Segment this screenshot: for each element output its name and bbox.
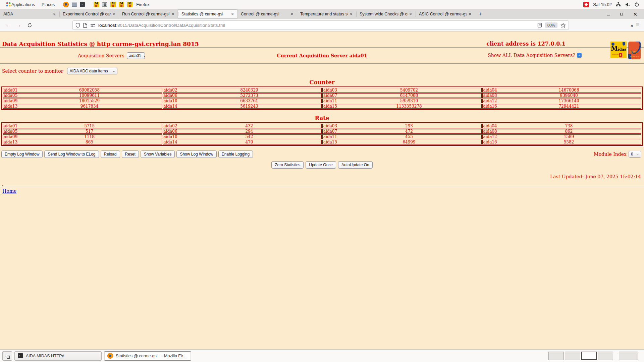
- volume-muted-icon[interactable]: [625, 2, 630, 7]
- midas-launcher-icon[interactable]: M: [94, 2, 99, 7]
- pager-extra[interactable]: [619, 352, 638, 360]
- workspace-3-active[interactable]: [581, 352, 597, 360]
- reset-button[interactable]: Reset: [122, 150, 139, 158]
- tab-label: System wide Checks @ carme: [360, 12, 408, 16]
- tab-aida[interactable]: AIDA×: [0, 9, 59, 19]
- workspace-2[interactable]: [565, 352, 580, 360]
- tab-label: Control @ carme-gsi: [241, 12, 289, 16]
- tab-temperature-and-status-scan[interactable]: Temperature and status scan×: [297, 9, 356, 19]
- tab-asic-control-carme-gsi[interactable]: ASIC Control @ carme-gsi×: [416, 9, 475, 19]
- places-menu[interactable]: Places: [39, 0, 58, 9]
- url-text[interactable]: localhost:8015/DataAcquisitionControl/Da…: [98, 23, 534, 28]
- rate-cell-aida08: aida08862: [482, 129, 642, 134]
- reload-button[interactable]: [24, 20, 35, 30]
- server-name: aida11: [323, 99, 337, 103]
- rate-value: 294: [163, 129, 322, 133]
- zoom-level-badge[interactable]: 80%: [545, 22, 557, 28]
- rate-cell-aida13: aida13865: [3, 140, 162, 144]
- shield-icon[interactable]: [75, 23, 80, 28]
- url-host: localhost: [98, 23, 116, 28]
- rate-table-row: aida05517aida06294aida07472aida08862: [3, 129, 641, 134]
- firefox-launcher-icon[interactable]: [63, 2, 69, 7]
- page-info-icon[interactable]: [83, 23, 87, 28]
- show-variables-button[interactable]: Show Variables: [141, 150, 175, 158]
- show-log-window-button[interactable]: Show Log Window: [176, 150, 216, 158]
- midas-launcher-icon[interactable]: M: [110, 2, 116, 7]
- counter-value: 9396040: [483, 94, 641, 98]
- taskbar-window-aida-midas-httpd[interactable]: >_AIDA MIDAS HTTPd: [14, 351, 102, 361]
- taskbar-window-statistics-carme-gsi-mozilla-fir[interactable]: Statistics @ carme-gsi — Mozilla Fir...: [104, 351, 191, 361]
- close-tab-icon[interactable]: ×: [348, 11, 354, 17]
- clock[interactable]: Sat 15:02: [593, 2, 612, 7]
- close-window-button[interactable]: ✕: [633, 12, 637, 17]
- browser-tab-bar: AIDA×Experiment Control @ carme×Run Cont…: [0, 9, 644, 19]
- send-log-window-to-elog-button[interactable]: Send Log Window to ELog: [44, 150, 99, 158]
- midas-launcher-icon[interactable]: M: [119, 2, 124, 7]
- update-once-button[interactable]: Update Once: [306, 161, 336, 169]
- rate-cell-aida04: aida04738: [482, 124, 642, 128]
- server-name: aida16: [483, 140, 497, 144]
- counter-value: 10099611: [3, 94, 162, 98]
- system-tray: Sat 15:02: [583, 2, 641, 7]
- network-icon[interactable]: [616, 2, 621, 7]
- taskbar: >_AIDA MIDAS HTTPdStatistics @ carme-gsi…: [0, 349, 644, 362]
- maximize-button[interactable]: [620, 13, 623, 15]
- tab-statistics-carme-gsi[interactable]: Statistics @ carme-gsi×: [178, 10, 237, 18]
- permissions-icon[interactable]: [90, 23, 95, 27]
- terminal-icon: >_: [18, 353, 23, 358]
- bookmark-star-icon[interactable]: [560, 23, 566, 28]
- counter-value: 5619243: [163, 104, 322, 108]
- module-index-group: Module Index 0 ⌄: [594, 151, 641, 158]
- home-link[interactable]: Home: [2, 188, 16, 194]
- close-tab-icon[interactable]: ×: [408, 11, 414, 17]
- reload-button[interactable]: Reload: [101, 150, 120, 158]
- counter-cell-aida16: aida1672944421: [482, 104, 642, 109]
- counter-cell-aida06: aida065272373: [163, 93, 322, 98]
- app-menu-icon[interactable]: ≡: [636, 22, 639, 28]
- tab-label: Experiment Control @ carme: [63, 12, 111, 16]
- rate-value: 470: [163, 140, 322, 144]
- tab-run-control-carme-gsi[interactable]: Run Control @ carme-gsi×: [119, 9, 178, 19]
- close-tab-icon[interactable]: ×: [467, 11, 473, 17]
- show-all-checkbox[interactable]: [577, 53, 582, 58]
- recorder-tray-icon[interactable]: [583, 2, 589, 7]
- screenshot-launcher-icon[interactable]: [102, 2, 107, 7]
- url-bar[interactable]: localhost:8015/DataAcquisitionControl/Da…: [72, 20, 569, 30]
- counter-type-select[interactable]: AIDA ADC data items ⌄: [67, 68, 117, 74]
- workspace-4[interactable]: [598, 352, 613, 360]
- active-app-label[interactable]: Firefox: [133, 0, 153, 9]
- midas-launcher-icon[interactable]: M: [127, 2, 132, 7]
- applications-menu[interactable]: Applications: [3, 0, 38, 9]
- close-tab-icon[interactable]: ×: [111, 11, 117, 17]
- back-button[interactable]: ←: [3, 20, 13, 30]
- acquisition-server-select[interactable]: aida01 ⌄: [127, 52, 145, 59]
- tab-system-wide-checks-carme[interactable]: System wide Checks @ carme×: [356, 9, 416, 19]
- rate-value: 455: [323, 135, 481, 139]
- close-tab-icon[interactable]: ×: [229, 11, 235, 17]
- forward-button[interactable]: →: [13, 20, 24, 30]
- enable-logging-button[interactable]: Enable Logging: [218, 150, 253, 158]
- tab-control-carme-gsi[interactable]: Control @ carme-gsi×: [237, 9, 297, 19]
- files-launcher-icon[interactable]: [72, 2, 77, 7]
- module-index-select[interactable]: 0 ⌄: [629, 151, 641, 158]
- rate-section-title: Rate: [0, 115, 644, 121]
- rate-value: 1589: [483, 135, 641, 139]
- log-controls-row: Empty Log WindowSend Log Window to ELogR…: [0, 146, 644, 158]
- close-tab-icon[interactable]: ×: [289, 11, 295, 17]
- power-icon[interactable]: [634, 2, 639, 7]
- overflow-menu-icon[interactable]: »: [631, 22, 633, 28]
- close-tab-icon[interactable]: ×: [170, 11, 176, 17]
- new-tab-button[interactable]: +: [475, 9, 486, 19]
- reader-mode-icon[interactable]: [537, 23, 542, 27]
- counter-table-row: aida0918015529aida106633761aida115959310…: [3, 99, 641, 103]
- autoupdate-on-button[interactable]: AutoUpdate On: [338, 161, 373, 169]
- close-tab-icon[interactable]: ×: [51, 11, 57, 17]
- tab-experiment-control-carme[interactable]: Experiment Control @ carme×: [59, 9, 119, 19]
- server-name: aida06: [164, 94, 177, 98]
- workspace-1[interactable]: [548, 352, 564, 360]
- terminal-launcher-icon[interactable]: >_: [80, 2, 85, 7]
- show-desktop-button[interactable]: [2, 351, 12, 361]
- zero-statistics-button[interactable]: Zero Statistics: [271, 161, 304, 169]
- minimize-button[interactable]: [607, 15, 610, 15]
- empty-log-window-button[interactable]: Empty Log Window: [1, 150, 43, 158]
